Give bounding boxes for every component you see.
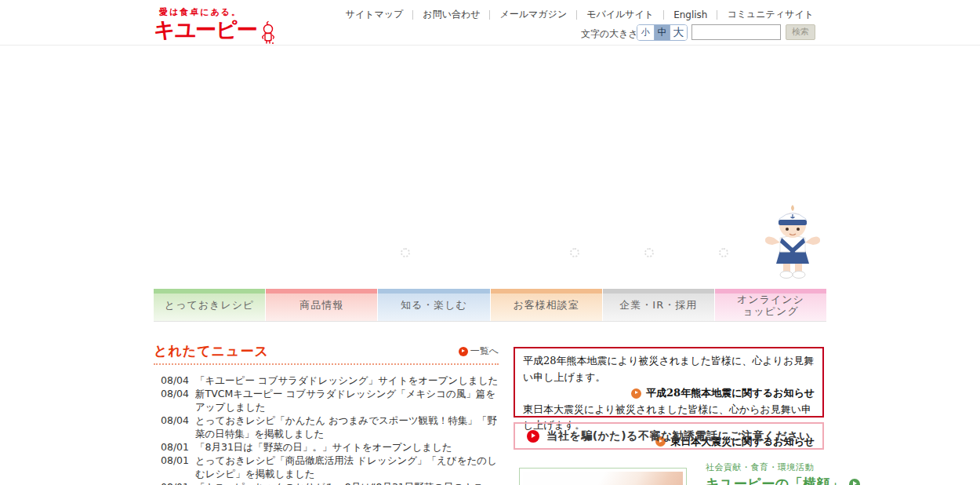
kewpie-sailor-doll-image [764, 202, 822, 284]
nav-sitemap[interactable]: サイトマップ [336, 8, 413, 21]
logo-tagline: 愛は食卓にある。 [154, 6, 276, 18]
news-date: 08/01 [161, 454, 188, 480]
tab-recipes[interactable]: とっておきレシピ [154, 289, 265, 321]
hero-carousel[interactable] [154, 46, 826, 289]
font-size-control: 小 中 大 [637, 24, 688, 41]
disaster-notice-box: 平成28年熊本地震により被災されました皆様に、心よりお見舞い申し上げます。 平成… [514, 347, 824, 418]
nav-mail-magazine[interactable]: メールマガジン [490, 8, 576, 21]
nav-mobile-site[interactable]: モバイルサイト [577, 8, 663, 21]
news-list: 08/04 「キユーピー コブサラダドレッシング」サイトをオープンしました 08… [154, 374, 499, 485]
news-link[interactable]: 新TVCMキユーピー コブサラダドレッシング「メキシコの風」篇をアップしました [195, 387, 499, 414]
news-link[interactable]: 「8月31日は「野菜の日」。」サイトをオープンしました [195, 440, 499, 454]
phone-scam-warning-link[interactable]: 当社を騙(かた)る不審な勧誘電話にご注意ください [514, 422, 824, 450]
news-item: 08/04 とっておきレシピ「かんたん おつまみでスポーツ観戦！特集」「野菜の日… [161, 414, 499, 440]
brand-name: キユーピー [154, 19, 257, 41]
news-date: 08/04 [161, 374, 188, 387]
news-date: 08/04 [161, 414, 188, 440]
news-date: 08/04 [161, 387, 188, 414]
tab-know-enjoy[interactable]: 知る・楽しむ [378, 289, 489, 321]
font-size-label: 文字の大きさ [581, 27, 638, 41]
tab-corporate-ir[interactable]: 企業・IR・採用 [603, 289, 714, 321]
news-more-link[interactable]: 一覧へ [459, 345, 499, 358]
main-nav-tabbar: とっておきレシピ 商品情報 知る・楽しむ お客様相談室 企業・IR・採用 オンラ… [154, 289, 826, 322]
nav-contact[interactable]: お問い合わせ [413, 8, 489, 21]
loading-spinner-icon [570, 248, 579, 257]
font-size-small[interactable]: 小 [637, 25, 654, 40]
profile-photo-image [523, 472, 683, 485]
news-link[interactable]: 「キユーピーちゃんのおりがみ」8月は“8月31日野菜の日のキユーピー”と“ワンピ… [195, 480, 499, 485]
loading-spinner-icon [401, 248, 410, 257]
news-date: 08/01 [161, 480, 188, 485]
font-size-large[interactable]: 大 [670, 25, 687, 40]
news-item: 08/04 「キユーピー コブサラダドレッシング」サイトをオープンしました [161, 374, 499, 387]
utility-nav: サイトマップ お問い合わせ メールマガジン モバイルサイト English コミ… [336, 8, 823, 21]
font-size-medium-selected[interactable]: 中 [654, 25, 670, 40]
kewpie-homepage: 愛は食卓にある。 キユーピー サイトマップ [0, 0, 980, 485]
profile-section: 社会貢献・食育・環境活動 キユーピーの「横顔」 [706, 461, 860, 485]
search-button[interactable]: 検索 [786, 24, 815, 40]
news-item: 08/01 「キユーピーちゃんのおりがみ」8月は“8月31日野菜の日のキユーピー… [161, 480, 499, 485]
news-link[interactable]: とっておきレシピ「商品徹底活用法 ドレッシング」「えびをたのしむレシピ」を掲載し… [195, 454, 499, 480]
play-circle-icon [527, 430, 539, 443]
tab-customer-service[interactable]: お客様相談室 [491, 289, 602, 321]
news-link[interactable]: とっておきレシピ「かんたん おつまみでスポーツ観戦！特集」「野菜の日特集」を掲載… [195, 414, 499, 440]
play-circle-icon [849, 479, 860, 485]
kewpie-doll-icon [260, 20, 276, 47]
news-item: 08/01 とっておきレシピ「商品徹底活用法 ドレッシング」「えびをたのしむレシ… [161, 454, 499, 480]
loading-spinner-icon [644, 248, 654, 257]
kumamoto-earthquake-notice-link[interactable]: 平成28年熊本地震に関するお知らせ [523, 385, 815, 402]
nav-english[interactable]: English [664, 9, 717, 20]
nav-community-site[interactable]: コミュニティサイト [717, 8, 823, 21]
profile-title-link[interactable]: キユーピーの「横顔」 [706, 475, 860, 485]
tab-products[interactable]: 商品情報 [266, 289, 377, 321]
play-circle-icon [459, 347, 468, 356]
search-input[interactable] [691, 24, 781, 40]
loading-spinner-icon [719, 248, 728, 257]
play-circle-icon [631, 388, 641, 399]
dotted-divider [154, 363, 499, 365]
profile-photo-banner[interactable] [519, 468, 687, 485]
news-title: とれたてニュース [154, 342, 269, 360]
tab-online-shopping[interactable]: オンラインショッピング [715, 289, 826, 321]
notice-message: 平成28年熊本地震により被災されました皆様に、心よりお見舞い申し上げます。 [523, 353, 815, 385]
phone-scam-warning-text: 当社を騙(かた)る不審な勧誘電話にご注意ください [546, 429, 810, 443]
news-item: 08/04 新TVCMキユーピー コブサラダドレッシング「メキシコの風」篇をアッ… [161, 387, 499, 414]
site-logo[interactable]: 愛は食卓にある。 キユーピー [154, 6, 276, 47]
news-item: 08/01 「8月31日は「野菜の日」。」サイトをオープンしました [161, 440, 499, 454]
news-link[interactable]: 「キユーピー コブサラダドレッシング」サイトをオープンしました [195, 374, 499, 387]
news-date: 08/01 [161, 440, 188, 454]
profile-category: 社会貢献・食育・環境活動 [706, 461, 860, 473]
news-section: とれたてニュース 一覧へ 08/04 「キユーピー コブサラダドレッシング」サイ… [154, 342, 499, 485]
